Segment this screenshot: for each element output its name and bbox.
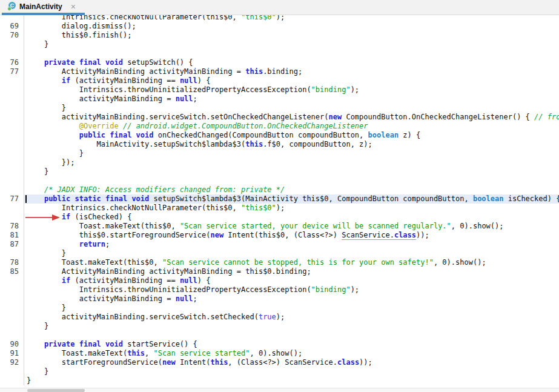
code-line: }	[0, 149, 559, 158]
code-line-text: if (activityMainBinding == null) {	[24, 276, 559, 285]
code-line-text: this$0.startForegroundService(new Intent…	[24, 231, 559, 240]
line-number	[0, 331, 24, 340]
active-tab-underline	[2, 13, 85, 15]
code-line-text: Intrinsics.throwUninitializedPropertyAcc…	[24, 85, 559, 95]
code-line: }	[0, 249, 559, 258]
code-line-text: public final void onCheckedChanged(Compo…	[24, 131, 559, 140]
line-number: 78	[0, 258, 24, 267]
code-line: /* JADX INFO: Access modifiers changed f…	[0, 185, 559, 194]
line-number: 92	[0, 358, 24, 367]
code-line-text: }	[24, 304, 559, 313]
code-line-text: Toast.makeText(this, "Scan service start…	[24, 349, 559, 358]
code-line-text: }	[24, 40, 559, 49]
code-line: }	[0, 104, 559, 113]
class-icon-public-dot	[7, 7, 12, 11]
line-number	[0, 185, 24, 194]
horizontal-scrollbar[interactable]	[0, 388, 559, 392]
code-line-text: }	[24, 367, 559, 376]
code-line: }	[0, 367, 559, 376]
line-number	[0, 204, 24, 213]
line-number: 78	[0, 222, 24, 231]
code-line	[0, 331, 559, 340]
code-line: if (activityMainBinding == null) {	[0, 76, 559, 85]
code-line: 76 private final void setupSwitch() {	[0, 58, 559, 67]
line-number	[0, 294, 24, 304]
code-line-text: @Override // android.widget.CompoundButt…	[24, 122, 559, 131]
line-number	[0, 131, 24, 140]
line-number	[0, 276, 24, 285]
close-icon[interactable]: ×	[71, 2, 76, 11]
code-line: 78 Toast.makeText(this$0, "Scan service …	[0, 258, 559, 267]
code-line	[0, 49, 559, 58]
code-line: Intrinsics.throwUninitializedPropertyAcc…	[0, 285, 559, 294]
line-number: 70	[0, 31, 24, 40]
line-number	[0, 15, 24, 22]
code-line: if (activityMainBinding == null) {	[0, 276, 559, 285]
code-line: 81 this$0.startForegroundService(new Int…	[0, 231, 559, 240]
code-line: 78 Toast.makeText(this$0, "Scan service …	[0, 222, 559, 231]
code-line-text: Intrinsics.checkNotNullParameter(this$0,…	[24, 204, 559, 213]
horizontal-scrollbar-thumb[interactable]	[27, 389, 85, 392]
line-number	[0, 367, 24, 376]
text-caret	[25, 195, 27, 203]
line-number	[0, 322, 24, 331]
class-icon: C	[7, 2, 16, 11]
code-line	[0, 176, 559, 185]
line-number	[0, 249, 24, 258]
code-line-text: if (isChecked) {	[24, 213, 559, 222]
line-number: 81	[0, 231, 24, 240]
code-line-text: activityMainBinding.serviceSwitch.setOnC…	[24, 113, 559, 122]
code-line: Intrinsics.checkNotNullParameter(this$0,…	[0, 204, 559, 213]
code-line-text: /* JADX INFO: Access modifiers changed f…	[24, 185, 559, 194]
code-line: 77 public static final void setupSwitch$…	[0, 194, 559, 204]
code-line: Intrinsics.throwUninitializedPropertyAcc…	[0, 85, 559, 95]
code-line: 87 return;	[0, 240, 559, 249]
code-line: Intrinsics.checkNotNullParameter(this$0,…	[0, 15, 559, 22]
line-number: 87	[0, 240, 24, 249]
line-number	[0, 76, 24, 85]
code-line: }	[0, 167, 559, 176]
code-editor[interactable]: Intrinsics.checkNotNullParameter(this$0,…	[0, 15, 559, 388]
code-line-text: if (activityMainBinding == null) {	[24, 76, 559, 85]
line-number: 77	[0, 194, 24, 204]
code-line-text: private final void setupSwitch() {	[24, 58, 559, 67]
jump-arrow-icon	[25, 214, 60, 221]
code-line-text: Toast.makeText(this$0, "Scan service sta…	[24, 222, 559, 231]
code-line: 85 ActivityMainBinding activityMainBindi…	[0, 267, 559, 276]
editor-tab-bar: C MainActivity ×	[0, 0, 559, 15]
code-line-text: private final void startService() {	[24, 340, 559, 349]
line-number	[0, 285, 24, 294]
line-number	[0, 40, 24, 49]
code-line-text: });	[24, 158, 559, 167]
code-line-text: MainActivity.setupSwitch$lambda$3(this.f…	[24, 140, 559, 149]
code-line: 70 this$0.finish();	[0, 31, 559, 40]
line-number	[0, 140, 24, 149]
line-number	[0, 167, 24, 176]
code-line-text: Intrinsics.throwUninitializedPropertyAcc…	[24, 285, 559, 294]
code-line-text: Toast.makeText(this$0, "Scan service can…	[24, 258, 559, 267]
line-number	[0, 213, 24, 222]
code-line-text: ActivityMainBinding activityMainBinding …	[24, 67, 559, 76]
code-line: 90 private final void startService() {	[0, 340, 559, 349]
code-line-text: Intrinsics.checkNotNullParameter(this$0,…	[24, 15, 559, 22]
code-line-text: }	[24, 167, 559, 176]
tab-mainactivity[interactable]: C MainActivity ×	[2, 0, 85, 13]
code-line: activityMainBinding = null;	[0, 294, 559, 304]
code-line: 69 dialog.dismiss();	[0, 22, 559, 31]
code-line: activityMainBinding.serviceSwitch.setOnC…	[0, 113, 559, 122]
line-number	[0, 104, 24, 113]
code-line-text: dialog.dismiss();	[24, 22, 559, 31]
code-line: MainActivity.setupSwitch$lambda$3(this.f…	[0, 140, 559, 149]
code-line-text: return;	[24, 240, 559, 249]
code-line: public final void onCheckedChanged(Compo…	[0, 131, 559, 140]
line-number: 69	[0, 22, 24, 31]
line-number: 77	[0, 67, 24, 76]
line-number: 90	[0, 340, 24, 349]
code-line: if (isChecked) {	[0, 213, 559, 222]
line-number	[0, 176, 24, 185]
code-line: activityMainBinding.serviceSwitch.setChe…	[0, 313, 559, 322]
line-number: 85	[0, 267, 24, 276]
line-number: 91	[0, 349, 24, 358]
code-line-text: }	[24, 249, 559, 258]
code-line-text: startForegroundService(new Intent(this, …	[24, 358, 559, 367]
